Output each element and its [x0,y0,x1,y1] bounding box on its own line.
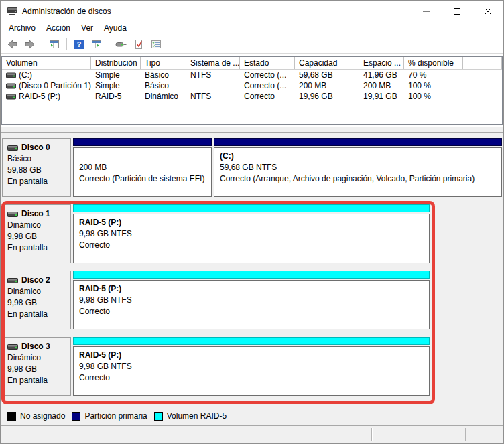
toolbar-separator [66,38,67,50]
disk-header-disco-3[interactable]: Disco 3 Dinámico 9,98 GB En pantalla [2,337,71,396]
partition-status: Correcto (Arranque, Archivo de paginació… [220,173,501,185]
partition-efi[interactable]: 200 MB Correcto (Partición de sistema EF… [73,138,212,197]
disk-header-disco-2[interactable]: Disco 2 Dinámico 9,98 GB En pantalla [2,271,71,329]
disk-name: Disco 2 [21,275,50,286]
minimize-button[interactable] [411,1,442,21]
disk-icon [7,145,19,151]
cell-estado: Correcto (... [240,81,295,90]
partition-color-bar [73,138,212,146]
partition-size: 9,98 GB NTFS [79,361,429,372]
pointer-tool-button[interactable] [114,37,129,52]
cell-tipo: Dinámico [141,92,186,101]
disk-header-disco-0[interactable]: Disco 0 Básico 59,88 GB En pantalla [2,138,71,197]
volume-row-c[interactable]: (C:) Simple Básico NTFS Correcto (... 59… [2,70,502,80]
partition-color-bar [73,337,430,345]
volume-table-header: Volumen Distribución Tipo Sistema de ...… [2,57,502,70]
toolbar-separator [42,38,42,50]
disk-row-1: Disco 1 Dinámico 9,98 GB En pantalla RAI… [2,204,502,263]
disk-kind: Dinámico [7,220,66,231]
column-header-distribucion[interactable]: Distribución [91,57,141,69]
help-button[interactable]: ? [72,37,86,52]
disk-name: Disco 1 [21,208,50,220]
column-header-estado[interactable]: Estado [240,57,295,69]
column-header-disponible[interactable]: % disponible [404,57,463,69]
show-console-tree-button[interactable] [47,37,62,52]
checklist-icon [151,39,162,50]
maximize-button[interactable] [442,1,472,21]
disk-status: En pantalla [7,375,66,386]
forward-button[interactable] [22,37,37,52]
volume-row-efi[interactable]: (Disco 0 Partición 1) Simple Básico Corr… [2,80,502,91]
partition-color-bar [73,271,430,279]
disk-icon [7,344,19,350]
disk-status: En pantalla [7,242,66,254]
cell-espacio: 19,91 GB [359,92,404,101]
legend-swatch-raid5 [154,412,163,421]
disk-name: Disco 0 [21,142,50,153]
maximize-icon [454,8,460,15]
partition-raid5[interactable]: RAID-5 (P:) 9,98 GB NTFS Correcto [73,271,430,329]
volume-icon [6,94,16,100]
column-header-volumen[interactable]: Volumen [2,57,91,69]
cell-estado: Correcto (... [240,70,295,80]
disk-row-2: Disco 2 Dinámico 9,98 GB En pantalla RAI… [2,271,502,329]
disk-status: En pantalla [7,309,66,320]
partition-c[interactable]: (C:) 59,68 GB NTFS Correcto (Arranque, A… [214,138,502,197]
volume-icon [6,72,16,78]
disk-management-window: Administración de discos Archivo Acción … [0,0,504,444]
forward-arrow-icon [24,39,36,50]
cell-capacidad: 59,68 GB [295,70,359,80]
partition-raid5[interactable]: RAID-5 (P:) 9,98 GB NTFS Correcto [73,337,430,396]
cell-sistema: NTFS [186,70,240,80]
legend-label: Partición primaria [84,411,147,421]
window-title: Administración de discos [22,7,111,16]
cell-espacio: 41,96 GB [359,70,404,80]
menu-item-accion[interactable]: Acción [41,22,76,34]
back-button[interactable] [5,37,19,52]
partition-label: RAID-5 (P:) [79,350,429,361]
close-button[interactable] [472,1,503,21]
disk-status: En pantalla [7,176,66,188]
menu-bar: Archivo Acción Ver Ayuda [1,21,503,35]
disk-kind: Dinámico [7,352,66,364]
volume-row-raid5[interactable]: RAID-5 (P:) RAID-5 Dinámico NTFS Correct… [2,91,502,102]
menu-item-ayuda[interactable]: Ayuda [99,22,132,34]
back-arrow-icon [7,39,18,50]
partition-status: Correcto [79,306,429,317]
pane-splitter[interactable] [1,127,503,133]
status-bar [1,426,503,443]
menu-item-ver[interactable]: Ver [76,22,99,34]
column-header-capacidad[interactable]: Capacidad [295,57,359,69]
checklist-button[interactable] [149,37,164,52]
cell-tipo: Básico [141,70,186,80]
console-tree-icon [49,39,60,50]
cell-estado: Correcto [240,92,295,101]
cell-capacidad: 19,96 GB [295,92,359,101]
disk-icon [7,277,19,284]
cell-disponible: 100 % [404,81,463,90]
check-document-button[interactable] [131,37,146,52]
cell-sistema: NTFS [186,92,240,101]
check-document-icon [133,39,144,50]
window-controls [411,1,503,21]
partition-raid5[interactable]: RAID-5 (P:) 9,98 GB NTFS Correcto [73,204,430,263]
volume-name: (Disco 0 Partición 1) [19,81,91,90]
menu-item-archivo[interactable]: Archivo [3,22,41,34]
help-icon: ? [74,40,84,49]
disk-header-disco-1[interactable]: Disco 1 Dinámico 9,98 GB En pantalla [2,204,71,263]
cell-distribucion: Simple [91,81,141,90]
partition-size: 9,98 GB NTFS [79,295,429,306]
disk-size: 59,88 GB [7,165,66,176]
show-action-pane-button[interactable] [89,37,104,52]
legend-label: No asignado [20,411,65,421]
partition-status: Correcto (Partición de sistema EFI) [79,173,211,185]
minimize-icon [423,8,430,15]
column-header-sistema[interactable]: Sistema de ... [186,57,240,69]
column-header-tipo[interactable]: Tipo [141,57,186,69]
column-header-espacio[interactable]: Espacio ... [359,57,404,69]
cell-distribucion: Simple [91,70,141,80]
legend-item-particion-primaria: Partición primaria [72,411,147,421]
partition-color-bar [214,138,502,146]
cell-distribucion: RAID-5 [91,92,141,101]
partition-size: 59,68 GB NTFS [220,162,501,173]
